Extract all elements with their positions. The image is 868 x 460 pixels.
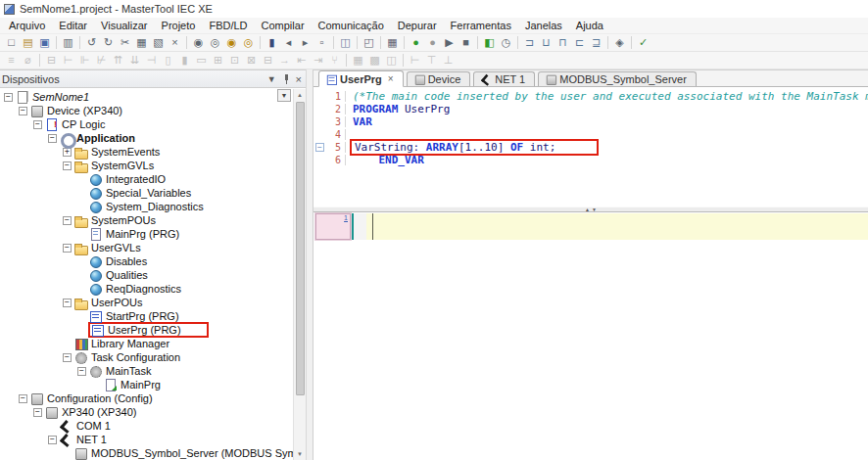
panel-pin-icon[interactable] (282, 74, 290, 84)
tree-item-systempous[interactable]: −SystemPOUs (0, 213, 292, 227)
export-window-icon[interactable]: ◫ (337, 35, 354, 51)
collapse-icon[interactable]: − (33, 120, 42, 129)
menu-janelas[interactable]: Janelas (518, 19, 569, 32)
tree-item-userprg-prg[interactable]: UserPrg (PRG) (0, 323, 292, 337)
insert-rising-contact-icon[interactable]: ⇈ (110, 53, 126, 69)
code-line-1[interactable]: 1(*The main code inserted by the user an… (313, 90, 868, 103)
paste-icon[interactable]: ▧ (150, 35, 167, 51)
insert-contact-icon[interactable]: ⊢ (60, 53, 76, 69)
tab-userprg[interactable]: UserPrg× (318, 70, 404, 87)
save-icon[interactable]: ▣ (36, 35, 53, 51)
tree-item-reqdiagnostics[interactable]: ReqDiagnostics (0, 282, 292, 296)
collapse-icon[interactable]: − (63, 353, 72, 362)
tree-item-mainprg-prg[interactable]: MainPrg (PRG) (0, 227, 292, 241)
toggle-comment-icon[interactable]: ⌀ (20, 53, 36, 69)
tab-close-icon[interactable]: × (388, 73, 394, 84)
logout-icon[interactable]: ● (424, 35, 441, 51)
find-icon[interactable]: ◉ (190, 35, 207, 51)
tree-item-systemgvls[interactable]: −SystemGVLs (0, 159, 292, 172)
collapse-icon[interactable]: − (4, 93, 13, 102)
rung-canvas[interactable] (366, 213, 868, 240)
replace-in-project-icon[interactable]: ◎ (240, 35, 257, 51)
ladder-cross-icon[interactable]: ⊥ (440, 53, 457, 69)
tree-item-application[interactable]: −Application (0, 131, 292, 145)
scroll-down-icon[interactable]: ▼ (297, 448, 303, 460)
tree-item-library-manager[interactable]: Library Manager (0, 337, 292, 350)
collapse-icon[interactable]: − (48, 436, 57, 444)
collapse-icon[interactable]: − (33, 408, 42, 417)
tree-dropdown-icon[interactable]: ▼ (277, 89, 291, 102)
insert-return-icon[interactable]: ⇤ (293, 53, 310, 69)
open-project-icon[interactable]: ▤ (20, 35, 36, 51)
insert-contact-right-icon[interactable]: ⊣ (143, 53, 160, 69)
insert-block-params-icon[interactable]: ⊟ (260, 53, 276, 69)
scrollbar-thumb[interactable] (296, 102, 305, 395)
tree-item-usergvls[interactable]: −UserGVLs (0, 241, 292, 254)
login-icon[interactable]: ● (408, 35, 424, 51)
task-time-icon[interactable]: ◷ (498, 35, 514, 51)
code-line-2[interactable]: 2PROGRAM UserPrg (313, 103, 868, 115)
code-line-3[interactable]: 3VAR (313, 115, 868, 128)
ladder-rail-icon[interactable]: ⊢ (407, 53, 423, 69)
insert-block-en-icon[interactable]: ⊡ (226, 53, 243, 69)
incremental-find-icon[interactable]: ◎ (207, 35, 223, 51)
splitter-down-icon[interactable]: ▼ (592, 207, 597, 212)
tree-item-qualities[interactable]: Qualities (0, 268, 292, 282)
menu-fbd-ld[interactable]: FBD/LD (202, 19, 254, 32)
step-over-icon[interactable]: ⊐ (521, 35, 538, 51)
code-line-5[interactable]: −5VarString: ARRAY[1..10] OF int; (313, 141, 868, 154)
menu-comunica-o[interactable]: Comunicação (312, 19, 391, 32)
tree-item-maintask[interactable]: −MainTask (0, 364, 292, 378)
collapse-icon[interactable]: − (77, 367, 86, 376)
ladder-t-icon[interactable]: ⊤ (423, 53, 440, 69)
insert-falling-contact-icon[interactable]: ⇊ (126, 53, 143, 69)
tree-item-system-diagnostics[interactable]: System_Diagnostics (0, 200, 292, 213)
reset-icon[interactable]: ⊒ (588, 35, 604, 51)
tab-net-1[interactable]: NET 1 (473, 71, 535, 86)
tree-item-xp340-xp340[interactable]: −XP340 (XP340) (0, 405, 292, 419)
copy-icon[interactable]: ▦ (133, 35, 150, 51)
ld-rung[interactable]: 1 (313, 213, 868, 240)
tab-device[interactable]: Device (407, 71, 471, 86)
tree-item-cp-logic[interactable]: −CP Logic (0, 117, 292, 131)
menu-visualizar[interactable]: Visualizar (94, 19, 155, 32)
force-values-icon[interactable]: ◈ (611, 35, 628, 51)
previous-bookmark-icon[interactable]: ◂ (280, 35, 297, 51)
next-bookmark-icon[interactable]: ▸ (297, 35, 313, 51)
tree-item-com-1[interactable]: COM 1 (0, 419, 292, 433)
tree-item-semnome1[interactable]: −SemNome1 (0, 90, 292, 104)
tree-item-integratedio[interactable]: IntegratedIO (0, 172, 292, 186)
panel-close-icon[interactable]: × (296, 73, 302, 85)
insert-coil-icon[interactable]: ▯ (160, 53, 176, 69)
delete-icon[interactable]: × (167, 35, 183, 51)
collapse-icon[interactable]: − (48, 134, 57, 143)
menu-depurar[interactable]: Depurar (391, 19, 444, 32)
insert-jump-icon[interactable]: → (276, 53, 293, 69)
tab-modbus-symbol-server[interactable]: MODBUS_Symbol_Server (538, 71, 697, 86)
new-file-icon[interactable]: □ (3, 35, 20, 51)
download-icon[interactable]: ◧ (481, 35, 498, 51)
print-icon[interactable]: ▥ (60, 35, 76, 51)
rung-label[interactable]: 1 (315, 213, 351, 240)
collapse-icon[interactable]: − (63, 244, 72, 253)
tree-item-modbus-symbol-server-modbus-symbol-server[interactable]: MODBUS_Symbol_Server (MODBUS Symbol Serv… (0, 446, 292, 460)
insert-set-coil-icon[interactable]: ▮ (176, 53, 193, 69)
collapse-icon[interactable]: − (63, 216, 72, 225)
insert-negated-contact-icon[interactable]: ⊬ (93, 53, 110, 69)
run-icon[interactable]: ▶ (441, 35, 458, 51)
find-in-project-icon[interactable]: ◉ (223, 35, 240, 51)
step-into-icon[interactable]: ⊔ (538, 35, 555, 51)
scroll-up-icon[interactable]: ▲ (297, 89, 303, 101)
tree-item-userpous[interactable]: −UserPOUs (0, 296, 292, 309)
declaration-editor[interactable]: 1(*The main code inserted by the user an… (313, 87, 868, 207)
menu-ajuda[interactable]: Ajuda (569, 19, 610, 32)
tree-item-startprg-prg[interactable]: StartPrg (PRG) (0, 309, 292, 323)
cut-icon[interactable]: ✂ (117, 35, 133, 51)
tree-scrollbar[interactable]: ▲ ▼ (293, 89, 306, 460)
insert-block-io-icon[interactable]: ⊠ (243, 53, 260, 69)
collapse-icon[interactable]: − (63, 161, 72, 170)
insert-parallel-contact-icon[interactable]: ⊩ (76, 53, 93, 69)
stop-icon[interactable]: ■ (458, 35, 474, 51)
step-out-icon[interactable]: ⊓ (555, 35, 571, 51)
view-grid-icon[interactable]: ▦ (350, 53, 366, 69)
